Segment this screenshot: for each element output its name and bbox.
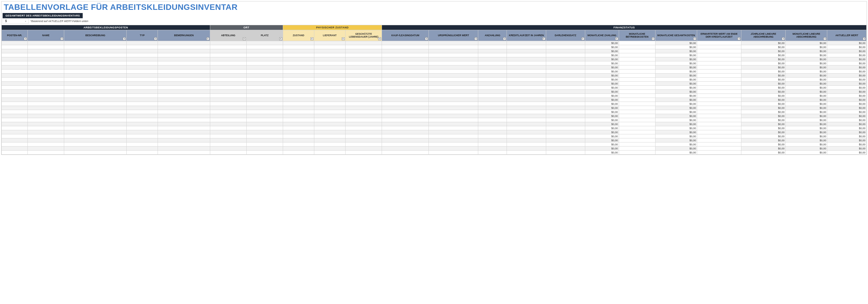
cell[interactable]: [429, 65, 478, 70]
cell[interactable]: [314, 126, 345, 130]
cell[interactable]: [507, 53, 546, 57]
cell[interactable]: [314, 82, 345, 86]
cell[interactable]: $0,00: [741, 122, 785, 126]
cell[interactable]: [283, 90, 314, 94]
cell[interactable]: [246, 65, 283, 70]
cell[interactable]: [314, 86, 345, 90]
cell[interactable]: [127, 122, 158, 126]
cell[interactable]: [697, 110, 741, 114]
cell[interactable]: [382, 98, 429, 102]
cell[interactable]: [345, 114, 382, 118]
cell[interactable]: [382, 57, 429, 61]
cell[interactable]: $0,00: [827, 82, 867, 86]
cell[interactable]: $0,00: [827, 130, 867, 134]
cell[interactable]: [210, 138, 246, 142]
cell[interactable]: [546, 90, 585, 94]
cell[interactable]: [28, 65, 64, 70]
table-row[interactable]: $0,00$0,00$0,00$0,00$0,00: [2, 65, 867, 70]
cell[interactable]: [507, 70, 546, 74]
cell[interactable]: [345, 65, 382, 70]
cell[interactable]: [2, 142, 28, 146]
cell[interactable]: $0,00: [585, 142, 619, 146]
table-row[interactable]: $0,00$0,00$0,00$0,00$0,00: [2, 74, 867, 78]
cell[interactable]: [429, 142, 478, 146]
cell[interactable]: [28, 150, 64, 155]
cell[interactable]: $0,00: [785, 61, 827, 65]
cell[interactable]: [429, 86, 478, 90]
cell[interactable]: [345, 45, 382, 49]
col-mgesamt[interactable]: MONATLICHE GESAMTKOSTEN▾: [655, 30, 697, 41]
cell[interactable]: $0,00: [655, 102, 697, 106]
cell[interactable]: [64, 82, 127, 86]
cell[interactable]: [210, 49, 246, 53]
cell[interactable]: [246, 110, 283, 114]
cell[interactable]: $0,00: [827, 78, 867, 82]
cell[interactable]: [697, 130, 741, 134]
cell[interactable]: $0,00: [827, 146, 867, 150]
filter-icon[interactable]: ▾: [60, 37, 63, 40]
cell[interactable]: $0,00: [585, 78, 619, 82]
cell[interactable]: [478, 146, 507, 150]
cell[interactable]: $0,00: [585, 130, 619, 134]
cell[interactable]: [127, 78, 158, 82]
cell[interactable]: [429, 90, 478, 94]
cell[interactable]: [507, 45, 546, 49]
cell[interactable]: [697, 82, 741, 86]
cell[interactable]: [314, 138, 345, 142]
cell[interactable]: [158, 78, 210, 82]
cell[interactable]: [619, 130, 655, 134]
cell[interactable]: [507, 150, 546, 155]
cell[interactable]: [429, 118, 478, 122]
cell[interactable]: [28, 57, 64, 61]
cell[interactable]: [382, 45, 429, 49]
cell[interactable]: [619, 114, 655, 118]
cell[interactable]: [28, 86, 64, 90]
cell[interactable]: [2, 134, 28, 138]
cell[interactable]: [546, 70, 585, 74]
cell[interactable]: [28, 41, 64, 45]
cell[interactable]: [283, 49, 314, 53]
cell[interactable]: $0,00: [827, 142, 867, 146]
cell[interactable]: [345, 90, 382, 94]
col-erwartet[interactable]: ERWARTETER WERT AM ENDE DER KREDITLAUFZE…: [697, 30, 741, 41]
cell[interactable]: [697, 94, 741, 98]
cell[interactable]: [158, 86, 210, 90]
col-posten[interactable]: POSTEN-NR.▾: [2, 30, 28, 41]
cell[interactable]: $0,00: [785, 134, 827, 138]
cell[interactable]: [345, 78, 382, 82]
cell[interactable]: [283, 110, 314, 114]
cell[interactable]: [158, 53, 210, 57]
cell[interactable]: [158, 45, 210, 49]
cell[interactable]: [478, 82, 507, 86]
cell[interactable]: [2, 130, 28, 134]
table-row[interactable]: $0,00$0,00$0,00$0,00$0,00: [2, 53, 867, 57]
cell[interactable]: [546, 65, 585, 70]
cell[interactable]: [210, 41, 246, 45]
cell[interactable]: [507, 57, 546, 61]
cell[interactable]: [246, 146, 283, 150]
cell[interactable]: $0,00: [785, 106, 827, 110]
cell[interactable]: [127, 41, 158, 45]
cell[interactable]: [28, 90, 64, 94]
cell[interactable]: [314, 74, 345, 78]
filter-icon[interactable]: ▾: [311, 37, 313, 40]
cell[interactable]: [429, 114, 478, 118]
cell[interactable]: [546, 138, 585, 142]
cell[interactable]: [546, 110, 585, 114]
cell[interactable]: [619, 122, 655, 126]
cell[interactable]: [283, 74, 314, 78]
cell[interactable]: [314, 65, 345, 70]
cell[interactable]: [345, 138, 382, 142]
cell[interactable]: [697, 61, 741, 65]
cell[interactable]: $0,00: [741, 90, 785, 94]
cell[interactable]: $0,00: [785, 142, 827, 146]
cell[interactable]: [546, 146, 585, 150]
cell[interactable]: [314, 70, 345, 74]
cell[interactable]: $0,00: [785, 146, 827, 150]
cell[interactable]: [314, 134, 345, 138]
cell[interactable]: $0,00: [785, 70, 827, 74]
cell[interactable]: [64, 110, 127, 114]
cell[interactable]: $0,00: [785, 90, 827, 94]
cell[interactable]: [64, 134, 127, 138]
cell[interactable]: [158, 138, 210, 142]
